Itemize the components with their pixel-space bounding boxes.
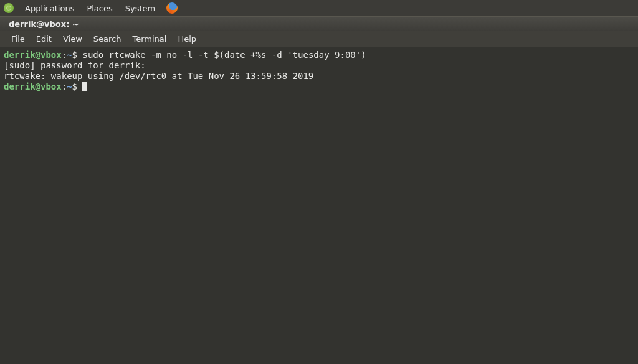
terminal-output[interactable]: derrik@vbox:~$ sudo rtcwake -m no -l -t … [0, 47, 638, 364]
prompt-symbol: $ [72, 82, 77, 91]
prompt-path: ~ [67, 82, 72, 91]
panel-menu-applications[interactable]: Applications [20, 2, 79, 15]
prompt-user: derrik@vbox [4, 50, 62, 60]
menu-edit[interactable]: Edit [31, 32, 57, 45]
cursor-icon [82, 82, 87, 91]
menu-file[interactable]: File [6, 32, 30, 45]
window-titlebar[interactable]: derrik@vbox: ~ [0, 16, 638, 31]
menu-terminal[interactable]: Terminal [127, 32, 171, 45]
menu-view[interactable]: View [58, 32, 87, 45]
prompt-colon: : [62, 50, 67, 60]
terminal-menu-bar: File Edit View Search Terminal Help [0, 31, 638, 47]
panel-menu-system[interactable]: System [120, 2, 160, 15]
prompt-colon: : [62, 82, 67, 91]
firefox-icon[interactable] [166, 2, 178, 14]
panel-menu-places[interactable]: Places [82, 2, 117, 15]
terminal-line-3: rtcwake: wakeup using /dev/rtc0 at Tue N… [4, 71, 313, 81]
terminal-line-2: [sudo] password for derrik: [4, 60, 146, 70]
window-title: derrik@vbox: ~ [9, 19, 79, 29]
terminal-line-1: sudo rtcwake -m no -l -t $(date +%s -d '… [77, 50, 366, 60]
prompt-path: ~ [67, 50, 72, 60]
prompt-user: derrik@vbox [4, 82, 62, 91]
menu-help[interactable]: Help [173, 32, 201, 45]
distro-logo-icon[interactable] [4, 3, 14, 13]
menu-search[interactable]: Search [88, 32, 126, 45]
top-panel: Applications Places System [0, 0, 638, 16]
prompt-symbol: $ [72, 50, 77, 60]
